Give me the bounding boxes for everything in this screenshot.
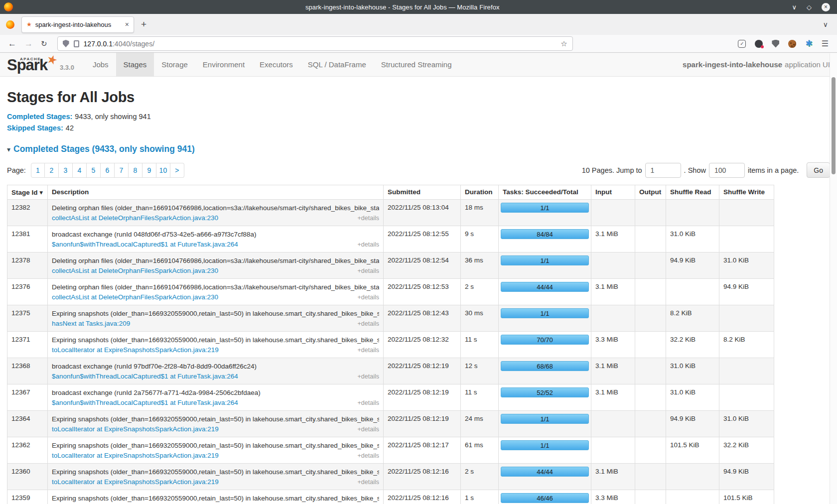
- tasks-progress-bar: 1/1: [501, 440, 589, 450]
- url-bar[interactable]: 127.0.0.1:4040/stages/ ☆: [57, 36, 573, 51]
- hamburger-menu-icon[interactable]: ☰: [822, 39, 829, 48]
- page-button[interactable]: 8: [129, 163, 142, 178]
- page-info-icon[interactable]: [74, 40, 79, 47]
- stage-callsite-link[interactable]: toLocalIterator at ExpireSnapshotsSparkA…: [52, 451, 219, 461]
- jump-to-input[interactable]: [645, 163, 681, 178]
- new-tab-button[interactable]: +: [141, 19, 146, 30]
- stage-callsite-link[interactable]: $anonfun$withThreadLocalCaptured$1 at Fu…: [52, 398, 238, 408]
- tab-close-icon[interactable]: ×: [125, 20, 129, 28]
- page-button[interactable]: 10: [156, 163, 170, 178]
- extension-shield-check-icon[interactable]: ✓: [738, 40, 746, 48]
- skipped-stages-link[interactable]: Skipped Stages:: [7, 124, 63, 132]
- nav-item-environment[interactable]: Environment: [195, 53, 252, 76]
- tasks-progress-bar: 46/46: [501, 493, 589, 503]
- extension-ublock-icon[interactable]: [772, 40, 779, 48]
- stage-callsite-link[interactable]: toLocalIterator at ExpireSnapshotsSparkA…: [52, 345, 219, 355]
- page-title: Stages for All Jobs: [7, 89, 830, 106]
- stage-callsite-link[interactable]: $anonfun$withThreadLocalCaptured$1 at Fu…: [52, 372, 238, 381]
- nav-item-executors[interactable]: Executors: [252, 53, 300, 76]
- scrollbar-track[interactable]: [830, 53, 837, 504]
- completed-stages-section-header[interactable]: ▾Completed Stages (9433, only showing 94…: [7, 144, 830, 154]
- go-button[interactable]: Go: [807, 162, 830, 178]
- stage-description: Expiring snapshots (older_than=166932055…: [52, 493, 379, 504]
- column-header[interactable]: Tasks: Succeeded/Total: [499, 185, 591, 200]
- page-label: Page:: [7, 166, 26, 174]
- page-button[interactable]: 3: [59, 163, 73, 178]
- details-toggle[interactable]: +details: [358, 240, 379, 250]
- details-toggle[interactable]: +details: [358, 292, 379, 302]
- column-header[interactable]: Shuffle Write: [719, 185, 774, 200]
- stage-callsite-link[interactable]: collectAsList at DeleteOrphanFilesSparkA…: [52, 213, 218, 223]
- details-toggle[interactable]: +details: [358, 398, 379, 408]
- stage-callsite-link[interactable]: collectAsList at DeleteOrphanFilesSparkA…: [52, 292, 218, 302]
- submitted-cell: 2022/11/25 08:12:32: [384, 332, 461, 358]
- column-header[interactable]: Submitted: [384, 185, 461, 200]
- details-toggle[interactable]: +details: [358, 319, 379, 329]
- stage-id-cell: 12382: [7, 200, 48, 226]
- details-toggle[interactable]: +details: [358, 424, 379, 434]
- duration-cell: 2 s: [461, 279, 499, 305]
- page-button[interactable]: 2: [45, 163, 59, 178]
- stage-callsite-link[interactable]: toLocalIterator at ExpireSnapshotsSparkA…: [52, 424, 219, 434]
- stage-callsite-link[interactable]: $anonfun$withThreadLocalCaptured$1 at Fu…: [52, 240, 238, 250]
- nav-item-storage[interactable]: Storage: [154, 53, 195, 76]
- shuffle-read-cell: 31.0 KiB: [666, 358, 719, 384]
- reload-button[interactable]: ↻: [41, 39, 47, 48]
- tasks-progress-bar: 44/44: [501, 467, 589, 477]
- shuffle-write-cell: 94.9 KiB: [719, 279, 774, 305]
- close-button[interactable]: ×: [822, 3, 830, 11]
- nav-item-structured-streaming[interactable]: Structured Streaming: [374, 53, 459, 76]
- page-button[interactable]: >: [170, 163, 184, 178]
- details-toggle[interactable]: +details: [358, 477, 379, 487]
- details-toggle[interactable]: +details: [358, 451, 379, 461]
- table-row: 12375 Expiring snapshots (older_than=166…: [7, 305, 774, 332]
- shuffle-write-cell: 8.2 KiB: [719, 332, 774, 358]
- page-button[interactable]: 1: [31, 163, 45, 178]
- nav-item-stages[interactable]: Stages: [116, 53, 154, 76]
- maximize-button[interactable]: ◇: [807, 4, 812, 10]
- nav-item-jobs[interactable]: Jobs: [85, 53, 116, 76]
- page-button[interactable]: 9: [142, 163, 156, 178]
- details-toggle[interactable]: +details: [358, 266, 379, 276]
- page-button[interactable]: 6: [101, 163, 115, 178]
- tracking-shield-icon[interactable]: [63, 40, 69, 47]
- firefox-view-icon[interactable]: [6, 20, 14, 29]
- bookmark-star-icon[interactable]: ☆: [560, 39, 567, 48]
- extension-mask-icon[interactable]: [755, 40, 763, 48]
- scrollbar-thumb[interactable]: [832, 77, 836, 174]
- items-per-page-input[interactable]: [709, 163, 745, 178]
- extension-cookie-icon[interactable]: [788, 40, 796, 48]
- column-header[interactable]: Shuffle Read: [666, 185, 719, 200]
- details-toggle[interactable]: +details: [358, 372, 379, 381]
- page-button[interactable]: 5: [87, 163, 101, 178]
- page-button[interactable]: 4: [73, 163, 87, 178]
- description-cell: broadcast exchange (runId 97bdf70e-2f28-…: [48, 358, 384, 384]
- back-button[interactable]: ←: [8, 39, 16, 49]
- spark-logo[interactable]: APACHE Spark ★ 3.3.0: [7, 53, 74, 76]
- details-toggle[interactable]: +details: [358, 213, 379, 223]
- tasks-cell: 1/1: [499, 437, 591, 464]
- extension-asterisk-icon[interactable]: ✱: [805, 39, 812, 48]
- column-header[interactable]: Duration: [461, 185, 499, 200]
- nav-item-sql-dataframe[interactable]: SQL / DataFrame: [300, 53, 374, 76]
- forward-button[interactable]: →: [24, 39, 33, 49]
- stage-callsite-link[interactable]: collectAsList at DeleteOrphanFilesSparkA…: [52, 266, 218, 276]
- minimize-button[interactable]: ∨: [792, 4, 797, 10]
- tasks-cell: 70/70: [499, 332, 591, 358]
- stage-callsite-link[interactable]: toLocalIterator at ExpireSnapshotsSparkA…: [52, 477, 219, 487]
- browser-tab[interactable]: ★ spark-ingest-into-lakehous ×: [21, 16, 134, 33]
- details-toggle[interactable]: +details: [358, 345, 379, 355]
- shuffle-read-cell: 32.2 KiB: [666, 332, 719, 358]
- description-cell: broadcast exchange (runId 2a75677f-a771-…: [48, 384, 384, 411]
- output-cell: [635, 279, 666, 305]
- page-button[interactable]: 7: [115, 163, 129, 178]
- completed-stages-link[interactable]: Completed Stages:: [7, 113, 72, 121]
- column-header[interactable]: Description: [48, 185, 384, 200]
- input-cell: [591, 437, 635, 464]
- stage-callsite-link[interactable]: hasNext at Tasks.java:209: [52, 319, 130, 329]
- tasks-progress-bar: 1/1: [501, 255, 589, 265]
- list-all-tabs-icon[interactable]: ∨: [823, 20, 828, 28]
- column-header[interactable]: Input: [591, 185, 635, 200]
- column-header[interactable]: Output: [635, 185, 666, 200]
- column-header[interactable]: Stage Id ▾: [7, 185, 48, 200]
